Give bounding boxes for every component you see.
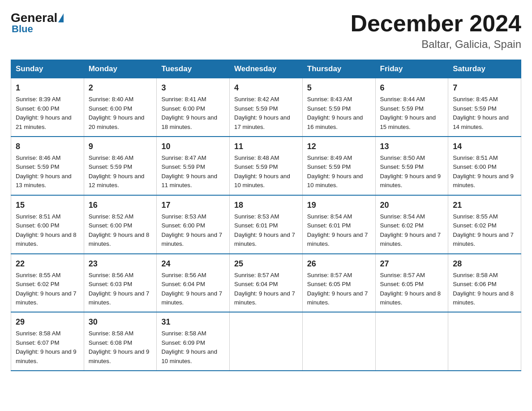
day-cell: 16Sunrise: 8:52 AMSunset: 6:00 PMDayligh… <box>84 195 157 254</box>
day-info: Sunrise: 8:41 AMSunset: 6:00 PMDaylight:… <box>161 96 217 130</box>
day-cell: 26Sunrise: 8:57 AMSunset: 6:05 PMDayligh… <box>302 254 375 313</box>
day-cell <box>375 312 448 371</box>
day-number: 12 <box>307 141 371 153</box>
day-number: 3 <box>161 82 225 94</box>
day-info: Sunrise: 8:58 AMSunset: 6:07 PMDaylight:… <box>16 330 77 364</box>
day-info: Sunrise: 8:53 AMSunset: 6:00 PMDaylight:… <box>161 213 222 247</box>
day-info: Sunrise: 8:50 AMSunset: 5:59 PMDaylight:… <box>380 154 441 188</box>
day-info: Sunrise: 8:53 AMSunset: 6:01 PMDaylight:… <box>234 213 295 247</box>
day-number: 4 <box>234 82 298 94</box>
day-info: Sunrise: 8:55 AMSunset: 6:02 PMDaylight:… <box>16 272 77 306</box>
day-cell: 12Sunrise: 8:49 AMSunset: 5:59 PMDayligh… <box>302 137 375 195</box>
day-cell: 28Sunrise: 8:58 AMSunset: 6:06 PMDayligh… <box>448 254 521 313</box>
day-cell: 27Sunrise: 8:57 AMSunset: 6:05 PMDayligh… <box>375 254 448 313</box>
logo-blue-text: Blue <box>11 23 33 35</box>
day-info: Sunrise: 8:54 AMSunset: 6:02 PMDaylight:… <box>380 213 441 247</box>
day-number: 31 <box>161 316 225 328</box>
day-info: Sunrise: 8:51 AMSunset: 6:00 PMDaylight:… <box>453 154 514 188</box>
day-number: 23 <box>89 258 152 270</box>
day-number: 26 <box>307 258 371 270</box>
day-cell: 8Sunrise: 8:46 AMSunset: 5:59 PMDaylight… <box>11 137 84 195</box>
day-info: Sunrise: 8:56 AMSunset: 6:04 PMDaylight:… <box>161 272 222 306</box>
day-info: Sunrise: 8:45 AMSunset: 5:59 PMDaylight:… <box>453 96 509 130</box>
day-info: Sunrise: 8:55 AMSunset: 6:02 PMDaylight:… <box>453 213 514 247</box>
day-info: Sunrise: 8:46 AMSunset: 5:59 PMDaylight:… <box>16 154 72 188</box>
day-cell <box>302 312 375 371</box>
day-header-sunday: Sunday <box>11 60 84 78</box>
day-info: Sunrise: 8:52 AMSunset: 6:00 PMDaylight:… <box>89 213 150 247</box>
day-number: 17 <box>161 199 225 211</box>
day-number: 21 <box>453 199 516 211</box>
day-info: Sunrise: 8:54 AMSunset: 6:01 PMDaylight:… <box>307 213 368 247</box>
day-info: Sunrise: 8:57 AMSunset: 6:05 PMDaylight:… <box>380 272 441 306</box>
day-cell: 22Sunrise: 8:55 AMSunset: 6:02 PMDayligh… <box>11 254 84 313</box>
day-info: Sunrise: 8:58 AMSunset: 6:09 PMDaylight:… <box>161 330 217 364</box>
week-row-3: 15Sunrise: 8:51 AMSunset: 6:00 PMDayligh… <box>11 195 521 254</box>
day-number: 27 <box>380 258 444 270</box>
day-number: 15 <box>16 199 79 211</box>
day-cell: 24Sunrise: 8:56 AMSunset: 6:04 PMDayligh… <box>157 254 230 313</box>
week-row-2: 8Sunrise: 8:46 AMSunset: 5:59 PMDaylight… <box>11 137 521 195</box>
day-number: 8 <box>16 141 79 153</box>
day-info: Sunrise: 8:40 AMSunset: 6:00 PMDaylight:… <box>89 96 145 130</box>
day-cell: 25Sunrise: 8:57 AMSunset: 6:04 PMDayligh… <box>230 254 303 313</box>
day-cell: 19Sunrise: 8:54 AMSunset: 6:01 PMDayligh… <box>302 195 375 254</box>
day-cell: 30Sunrise: 8:58 AMSunset: 6:08 PMDayligh… <box>84 312 157 371</box>
month-title: December 2024 <box>350 11 521 36</box>
day-number: 20 <box>380 199 444 211</box>
day-info: Sunrise: 8:47 AMSunset: 5:59 PMDaylight:… <box>161 154 217 188</box>
day-cell: 21Sunrise: 8:55 AMSunset: 6:02 PMDayligh… <box>448 195 521 254</box>
day-cell: 20Sunrise: 8:54 AMSunset: 6:02 PMDayligh… <box>375 195 448 254</box>
day-number: 22 <box>16 258 79 270</box>
day-info: Sunrise: 8:49 AMSunset: 5:59 PMDaylight:… <box>307 154 363 188</box>
day-cell: 18Sunrise: 8:53 AMSunset: 6:01 PMDayligh… <box>230 195 303 254</box>
days-header-row: SundayMondayTuesdayWednesdayThursdayFrid… <box>11 60 521 78</box>
day-cell <box>230 312 303 371</box>
day-cell: 5Sunrise: 8:43 AMSunset: 5:59 PMDaylight… <box>302 78 375 137</box>
day-cell: 7Sunrise: 8:45 AMSunset: 5:59 PMDaylight… <box>448 78 521 137</box>
day-number: 7 <box>453 82 516 94</box>
day-number: 1 <box>16 82 79 94</box>
day-header-tuesday: Tuesday <box>157 60 230 78</box>
day-number: 10 <box>161 141 225 153</box>
day-cell: 29Sunrise: 8:58 AMSunset: 6:07 PMDayligh… <box>11 312 84 371</box>
day-number: 6 <box>380 82 444 94</box>
day-info: Sunrise: 8:57 AMSunset: 6:04 PMDaylight:… <box>234 272 295 306</box>
day-number: 29 <box>16 316 79 328</box>
logo-triangle-icon <box>58 13 64 22</box>
day-info: Sunrise: 8:58 AMSunset: 6:08 PMDaylight:… <box>89 330 150 364</box>
day-cell: 2Sunrise: 8:40 AMSunset: 6:00 PMDaylight… <box>84 78 157 137</box>
day-cell <box>448 312 521 371</box>
day-number: 2 <box>89 82 152 94</box>
day-info: Sunrise: 8:56 AMSunset: 6:03 PMDaylight:… <box>89 272 150 306</box>
week-row-1: 1Sunrise: 8:39 AMSunset: 6:00 PMDaylight… <box>11 78 521 137</box>
day-info: Sunrise: 8:58 AMSunset: 6:06 PMDaylight:… <box>453 272 514 306</box>
day-cell: 13Sunrise: 8:50 AMSunset: 5:59 PMDayligh… <box>375 137 448 195</box>
title-area: December 2024 Baltar, Galicia, Spain <box>350 11 521 51</box>
day-cell: 6Sunrise: 8:44 AMSunset: 5:59 PMDaylight… <box>375 78 448 137</box>
day-info: Sunrise: 8:39 AMSunset: 6:00 PMDaylight:… <box>16 96 72 130</box>
calendar-table: SundayMondayTuesdayWednesdayThursdayFrid… <box>11 60 521 371</box>
day-cell: 31Sunrise: 8:58 AMSunset: 6:09 PMDayligh… <box>157 312 230 371</box>
week-row-5: 29Sunrise: 8:58 AMSunset: 6:07 PMDayligh… <box>11 312 521 371</box>
day-header-wednesday: Wednesday <box>230 60 303 78</box>
day-number: 28 <box>453 258 516 270</box>
day-cell: 14Sunrise: 8:51 AMSunset: 6:00 PMDayligh… <box>448 137 521 195</box>
day-number: 13 <box>380 141 444 153</box>
day-info: Sunrise: 8:46 AMSunset: 5:59 PMDaylight:… <box>89 154 145 188</box>
day-number: 30 <box>89 316 152 328</box>
day-number: 24 <box>161 258 225 270</box>
day-number: 16 <box>89 199 152 211</box>
day-number: 9 <box>89 141 152 153</box>
day-number: 5 <box>307 82 371 94</box>
day-number: 19 <box>307 199 371 211</box>
day-header-thursday: Thursday <box>302 60 375 78</box>
day-cell: 3Sunrise: 8:41 AMSunset: 6:00 PMDaylight… <box>157 78 230 137</box>
day-cell: 17Sunrise: 8:53 AMSunset: 6:00 PMDayligh… <box>157 195 230 254</box>
day-info: Sunrise: 8:44 AMSunset: 5:59 PMDaylight:… <box>380 96 436 130</box>
day-header-friday: Friday <box>375 60 448 78</box>
day-cell: 4Sunrise: 8:42 AMSunset: 5:59 PMDaylight… <box>230 78 303 137</box>
day-cell: 15Sunrise: 8:51 AMSunset: 6:00 PMDayligh… <box>11 195 84 254</box>
logo: General Blue <box>11 11 64 35</box>
day-info: Sunrise: 8:51 AMSunset: 6:00 PMDaylight:… <box>16 213 77 247</box>
